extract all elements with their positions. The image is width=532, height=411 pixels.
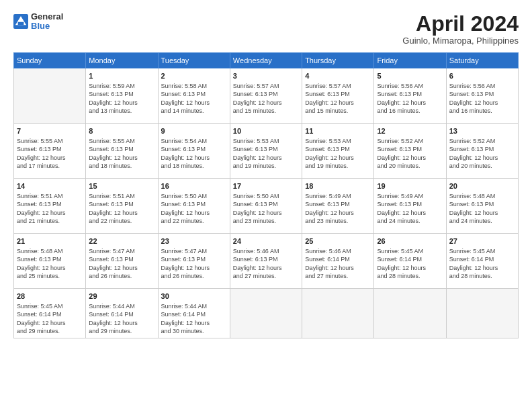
logo-general: General — [31, 12, 63, 21]
day-info: Sunrise: 5:49 AM Sunset: 6:13 PM Dayligh… — [305, 192, 371, 226]
title-block: April 2024 Guinlo, Mimaropa, Philippines — [402, 12, 519, 46]
day-number: 17 — [233, 181, 299, 191]
day-number: 25 — [305, 236, 371, 246]
table-row: 28Sunrise: 5:45 AM Sunset: 6:14 PM Dayli… — [14, 289, 86, 338]
calendar-table: SundayMondayTuesdayWednesdayThursdayFrid… — [13, 52, 519, 338]
day-info: Sunrise: 5:56 AM Sunset: 6:13 PM Dayligh… — [449, 82, 515, 116]
day-info: Sunrise: 5:45 AM Sunset: 6:14 PM Dayligh… — [377, 247, 443, 281]
weekday-header-thursday: Thursday — [302, 53, 374, 68]
day-info: Sunrise: 5:50 AM Sunset: 6:13 PM Dayligh… — [161, 192, 227, 226]
week-row-2: 7Sunrise: 5:55 AM Sunset: 6:13 PM Daylig… — [14, 124, 519, 179]
day-info: Sunrise: 5:57 AM Sunset: 6:13 PM Dayligh… — [305, 82, 371, 116]
table-row: 4Sunrise: 5:57 AM Sunset: 6:13 PM Daylig… — [302, 68, 374, 124]
table-row — [14, 68, 86, 124]
table-row: 23Sunrise: 5:47 AM Sunset: 6:13 PM Dayli… — [158, 234, 230, 289]
day-info: Sunrise: 5:45 AM Sunset: 6:14 PM Dayligh… — [449, 247, 515, 281]
table-row: 9Sunrise: 5:54 AM Sunset: 6:13 PM Daylig… — [158, 124, 230, 179]
table-row — [374, 289, 446, 338]
day-number: 13 — [449, 126, 515, 136]
table-row: 24Sunrise: 5:46 AM Sunset: 6:13 PM Dayli… — [230, 234, 302, 289]
table-row: 29Sunrise: 5:44 AM Sunset: 6:14 PM Dayli… — [86, 289, 158, 338]
title-month: April 2024 — [402, 12, 519, 36]
day-number: 22 — [89, 236, 154, 246]
day-info: Sunrise: 5:55 AM Sunset: 6:13 PM Dayligh… — [17, 137, 83, 171]
day-info: Sunrise: 5:44 AM Sunset: 6:14 PM Dayligh… — [89, 302, 154, 336]
day-info: Sunrise: 5:53 AM Sunset: 6:13 PM Dayligh… — [305, 137, 371, 171]
table-row: 14Sunrise: 5:51 AM Sunset: 6:13 PM Dayli… — [14, 179, 86, 234]
day-number: 8 — [89, 126, 154, 136]
day-info: Sunrise: 5:50 AM Sunset: 6:13 PM Dayligh… — [233, 192, 299, 226]
day-number: 11 — [305, 126, 371, 136]
day-info: Sunrise: 5:52 AM Sunset: 6:13 PM Dayligh… — [449, 137, 515, 171]
day-info: Sunrise: 5:57 AM Sunset: 6:13 PM Dayligh… — [233, 82, 299, 116]
day-number: 5 — [377, 71, 443, 81]
page: General Blue April 2024 Guinlo, Mimaropa… — [0, 0, 532, 411]
table-row: 22Sunrise: 5:47 AM Sunset: 6:13 PM Dayli… — [86, 234, 158, 289]
day-number: 24 — [233, 236, 299, 246]
day-info: Sunrise: 5:52 AM Sunset: 6:13 PM Dayligh… — [377, 137, 443, 171]
day-number: 15 — [89, 181, 154, 191]
day-info: Sunrise: 5:54 AM Sunset: 6:13 PM Dayligh… — [161, 137, 227, 171]
day-info: Sunrise: 5:53 AM Sunset: 6:13 PM Dayligh… — [233, 137, 299, 171]
table-row — [446, 289, 518, 338]
day-info: Sunrise: 5:51 AM Sunset: 6:13 PM Dayligh… — [17, 192, 83, 226]
day-number: 3 — [233, 71, 299, 81]
table-row: 12Sunrise: 5:52 AM Sunset: 6:13 PM Dayli… — [374, 124, 446, 179]
day-number: 26 — [377, 236, 443, 246]
weekday-header-row: SundayMondayTuesdayWednesdayThursdayFrid… — [14, 53, 519, 68]
day-number: 10 — [233, 126, 299, 136]
table-row — [230, 289, 302, 338]
title-location: Guinlo, Mimaropa, Philippines — [402, 36, 519, 46]
table-row: 30Sunrise: 5:44 AM Sunset: 6:14 PM Dayli… — [158, 289, 230, 338]
day-number: 28 — [17, 291, 83, 302]
weekday-header-tuesday: Tuesday — [158, 53, 230, 68]
day-number: 4 — [305, 71, 371, 81]
day-info: Sunrise: 5:47 AM Sunset: 6:13 PM Dayligh… — [89, 247, 154, 281]
day-info: Sunrise: 5:46 AM Sunset: 6:14 PM Dayligh… — [305, 247, 371, 281]
table-row: 25Sunrise: 5:46 AM Sunset: 6:14 PM Dayli… — [302, 234, 374, 289]
week-row-1: 1Sunrise: 5:59 AM Sunset: 6:13 PM Daylig… — [14, 68, 519, 124]
day-number: 9 — [161, 126, 227, 136]
day-info: Sunrise: 5:55 AM Sunset: 6:13 PM Dayligh… — [89, 137, 154, 171]
table-row: 15Sunrise: 5:51 AM Sunset: 6:13 PM Dayli… — [86, 179, 158, 234]
table-row: 3Sunrise: 5:57 AM Sunset: 6:13 PM Daylig… — [230, 68, 302, 124]
logo: General Blue — [13, 12, 63, 32]
day-info: Sunrise: 5:44 AM Sunset: 6:14 PM Dayligh… — [161, 302, 227, 336]
day-info: Sunrise: 5:49 AM Sunset: 6:13 PM Dayligh… — [377, 192, 443, 226]
table-row: 17Sunrise: 5:50 AM Sunset: 6:13 PM Dayli… — [230, 179, 302, 234]
day-number: 20 — [449, 181, 515, 191]
table-row: 1Sunrise: 5:59 AM Sunset: 6:13 PM Daylig… — [86, 68, 158, 124]
table-row: 10Sunrise: 5:53 AM Sunset: 6:13 PM Dayli… — [230, 124, 302, 179]
table-row: 6Sunrise: 5:56 AM Sunset: 6:13 PM Daylig… — [446, 68, 518, 124]
table-row: 26Sunrise: 5:45 AM Sunset: 6:14 PM Dayli… — [374, 234, 446, 289]
table-row: 16Sunrise: 5:50 AM Sunset: 6:13 PM Dayli… — [158, 179, 230, 234]
day-info: Sunrise: 5:58 AM Sunset: 6:13 PM Dayligh… — [161, 82, 227, 116]
table-row — [302, 289, 374, 338]
logo-icon — [13, 14, 28, 29]
day-number: 30 — [161, 291, 227, 302]
table-row: 7Sunrise: 5:55 AM Sunset: 6:13 PM Daylig… — [14, 124, 86, 179]
table-row: 13Sunrise: 5:52 AM Sunset: 6:13 PM Dayli… — [446, 124, 518, 179]
week-row-3: 14Sunrise: 5:51 AM Sunset: 6:13 PM Dayli… — [14, 179, 519, 234]
day-info: Sunrise: 5:48 AM Sunset: 6:13 PM Dayligh… — [17, 247, 83, 281]
day-info: Sunrise: 5:56 AM Sunset: 6:13 PM Dayligh… — [377, 82, 443, 116]
day-number: 19 — [377, 181, 443, 191]
table-row: 11Sunrise: 5:53 AM Sunset: 6:13 PM Dayli… — [302, 124, 374, 179]
table-row: 2Sunrise: 5:58 AM Sunset: 6:13 PM Daylig… — [158, 68, 230, 124]
logo-text: General Blue — [31, 12, 63, 32]
header: General Blue April 2024 Guinlo, Mimaropa… — [13, 12, 519, 46]
day-number: 6 — [449, 71, 515, 81]
day-info: Sunrise: 5:47 AM Sunset: 6:13 PM Dayligh… — [161, 247, 227, 281]
day-number: 16 — [161, 181, 227, 191]
weekday-header-sunday: Sunday — [14, 53, 86, 68]
day-number: 23 — [161, 236, 227, 246]
table-row: 19Sunrise: 5:49 AM Sunset: 6:13 PM Dayli… — [374, 179, 446, 234]
day-number: 7 — [17, 126, 83, 136]
weekday-header-monday: Monday — [86, 53, 158, 68]
logo-blue: Blue — [31, 21, 63, 31]
day-number: 12 — [377, 126, 443, 136]
table-row: 18Sunrise: 5:49 AM Sunset: 6:13 PM Dayli… — [302, 179, 374, 234]
weekday-header-wednesday: Wednesday — [230, 53, 302, 68]
table-row: 27Sunrise: 5:45 AM Sunset: 6:14 PM Dayli… — [446, 234, 518, 289]
day-number: 14 — [17, 181, 83, 191]
